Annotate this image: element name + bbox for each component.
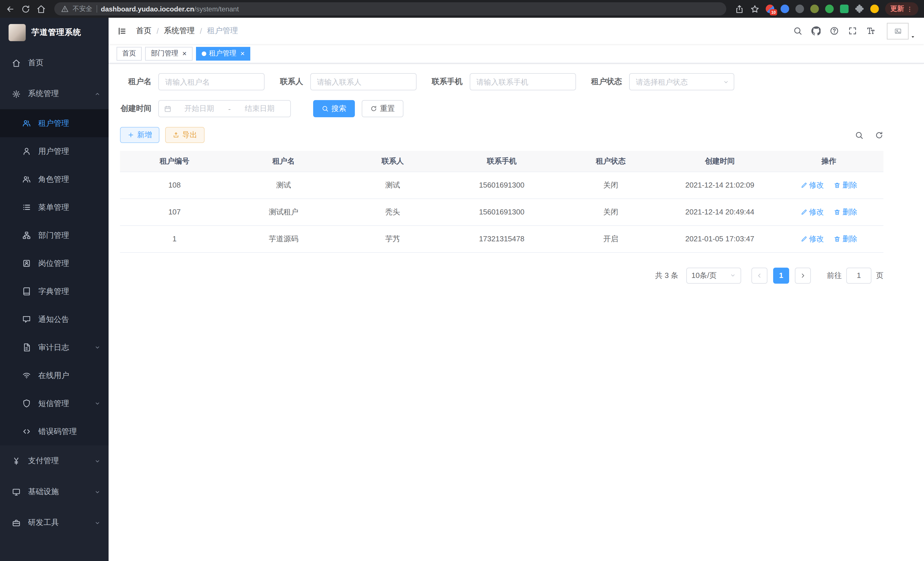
col-tenant-name: 租户名 bbox=[229, 151, 338, 171]
user-avatar-menu[interactable] bbox=[887, 23, 915, 39]
delete-link[interactable]: 删除 bbox=[834, 234, 857, 244]
chevron-right-icon bbox=[800, 272, 806, 279]
sidebar-item-home[interactable]: 首页 bbox=[0, 47, 109, 78]
chevron-left-icon bbox=[756, 272, 763, 279]
app-root: 不安全 dashboard.yudao.iocoder.cn/system/te… bbox=[0, 0, 924, 561]
contact-input[interactable] bbox=[310, 73, 416, 90]
browser-reload-icon[interactable] bbox=[21, 4, 30, 14]
export-button-label: 导出 bbox=[182, 130, 197, 140]
export-button[interactable]: 导出 bbox=[165, 127, 205, 143]
edit-link[interactable]: 修改 bbox=[800, 234, 824, 244]
fullscreen-icon[interactable] bbox=[848, 26, 857, 35]
sidebar-item-devtools[interactable]: 研发工具 bbox=[0, 507, 109, 538]
cell-contact: 测试 bbox=[338, 171, 447, 199]
tab-close-icon[interactable]: × bbox=[240, 50, 244, 57]
tenant-name-label: 租户名 bbox=[120, 77, 152, 87]
browser-back-icon[interactable] bbox=[6, 4, 15, 14]
cell-created-at: 2021-12-14 21:02:09 bbox=[665, 171, 774, 199]
github-icon[interactable] bbox=[812, 26, 820, 35]
breadcrumb-system[interactable]: 系统管理 bbox=[164, 26, 195, 36]
font-size-icon[interactable] bbox=[866, 26, 875, 35]
edit-link[interactable]: 修改 bbox=[800, 180, 824, 190]
calendar-icon bbox=[164, 105, 171, 112]
browser-home-icon[interactable] bbox=[37, 4, 46, 14]
help-icon[interactable] bbox=[830, 26, 839, 35]
sidebar-item-dept[interactable]: 部门管理 bbox=[0, 221, 109, 249]
delete-link[interactable]: 删除 bbox=[834, 180, 857, 190]
sidebar-item-post[interactable]: 岗位管理 bbox=[0, 249, 109, 277]
status-select[interactable] bbox=[629, 73, 734, 90]
col-actions: 操作 bbox=[774, 151, 884, 171]
header-search-icon[interactable] bbox=[793, 26, 802, 35]
trash-icon bbox=[834, 182, 841, 188]
tab-label: 首页 bbox=[122, 49, 136, 58]
breadcrumb-separator: / bbox=[157, 27, 159, 35]
extension-icon-4[interactable] bbox=[810, 5, 819, 13]
filter-create-time: 创建时间 开始日期 - 结束日期 bbox=[120, 100, 291, 117]
mobile-input[interactable] bbox=[470, 73, 576, 90]
chevron-down-icon bbox=[94, 489, 100, 495]
browser-update-button[interactable]: 更新 bbox=[885, 2, 918, 15]
prev-page-button[interactable] bbox=[752, 267, 767, 283]
tab-dept[interactable]: 部门管理 × bbox=[145, 47, 192, 60]
sidebar-item-dict[interactable]: 字典管理 bbox=[0, 277, 109, 305]
goto-page-input[interactable] bbox=[846, 267, 872, 283]
cell-tenant-name: 测试租户 bbox=[229, 199, 338, 225]
toggle-search-icon[interactable] bbox=[855, 131, 863, 139]
cell-contact: 芋艿 bbox=[338, 225, 447, 252]
cell-tenant-name: 芋道源码 bbox=[229, 225, 338, 252]
sidebar-logo[interactable]: 芋道管理系统 bbox=[0, 18, 109, 47]
page-size-select[interactable]: 10条/页 bbox=[686, 267, 741, 283]
breadcrumb-home[interactable]: 首页 bbox=[136, 26, 152, 36]
next-page-button[interactable] bbox=[795, 267, 811, 283]
current-page-button[interactable]: 1 bbox=[773, 267, 789, 283]
col-created-at: 创建时间 bbox=[665, 151, 774, 171]
share-icon[interactable] bbox=[735, 4, 744, 14]
sidebar-item-menu[interactable]: 菜单管理 bbox=[0, 193, 109, 221]
sidebar-item-notice[interactable]: 通知公告 bbox=[0, 305, 109, 333]
cell-mobile: 17321315478 bbox=[447, 225, 556, 252]
sidebar-item-user[interactable]: 用户管理 bbox=[0, 137, 109, 165]
extension-icon-2[interactable] bbox=[781, 5, 789, 13]
search-button[interactable]: 搜索 bbox=[313, 100, 355, 117]
sidebar-item-tenant[interactable]: 租户管理 bbox=[0, 109, 109, 137]
home-icon bbox=[12, 59, 21, 67]
bookmark-star-icon[interactable] bbox=[750, 4, 759, 14]
tab-close-icon[interactable]: × bbox=[182, 50, 187, 57]
filter-contact: 联系人 bbox=[280, 73, 416, 90]
date-range-picker[interactable]: 开始日期 - 结束日期 bbox=[158, 100, 291, 117]
sidebar-item-system[interactable]: 系统管理 bbox=[0, 78, 109, 109]
extension-icon-5[interactable] bbox=[825, 5, 834, 13]
signal-icon bbox=[22, 371, 31, 380]
url-text: dashboard.yudao.iocoder.cn/system/tenant bbox=[101, 5, 239, 13]
sidebar-item-online-users[interactable]: 在线用户 bbox=[0, 361, 109, 390]
extension-icon-6[interactable] bbox=[840, 5, 849, 13]
browser-profile-avatar[interactable] bbox=[870, 5, 879, 13]
shield-icon bbox=[22, 399, 31, 408]
sidebar-item-payment[interactable]: 支付管理 bbox=[0, 445, 109, 476]
tab-home[interactable]: 首页 bbox=[117, 47, 142, 60]
extension-icon-1[interactable]: 10 bbox=[766, 5, 774, 13]
edit-link[interactable]: 修改 bbox=[800, 207, 824, 217]
tab-tenant[interactable]: 租户管理 × bbox=[196, 47, 250, 60]
contact-label: 联系人 bbox=[280, 77, 303, 87]
delete-link[interactable]: 删除 bbox=[834, 207, 857, 217]
sidebar-item-label: 通知公告 bbox=[38, 314, 69, 325]
refresh-table-icon[interactable] bbox=[875, 131, 884, 139]
sidebar-item-auditlog[interactable]: 审计日志 bbox=[0, 333, 109, 361]
extensions-puzzle-icon[interactable] bbox=[855, 4, 864, 14]
status-select-input[interactable] bbox=[629, 73, 734, 90]
sidebar-item-role[interactable]: 角色管理 bbox=[0, 165, 109, 193]
tenant-name-input[interactable] bbox=[158, 73, 265, 90]
filter-mobile: 联系手机 bbox=[432, 73, 576, 90]
sidebar-item-errorcode[interactable]: 错误码管理 bbox=[0, 417, 109, 445]
extension-icon-3[interactable] bbox=[795, 5, 804, 13]
add-button[interactable]: 新增 bbox=[120, 127, 159, 143]
sidebar-item-sms[interactable]: 短信管理 bbox=[0, 390, 109, 417]
address-bar[interactable]: 不安全 dashboard.yudao.iocoder.cn/system/te… bbox=[54, 2, 726, 15]
app-title: 芋道管理系统 bbox=[32, 27, 81, 38]
sidebar-collapse-icon[interactable] bbox=[117, 26, 127, 36]
reset-button-label: 重置 bbox=[380, 104, 395, 114]
reset-button[interactable]: 重置 bbox=[362, 100, 404, 117]
sidebar-item-infra[interactable]: 基础设施 bbox=[0, 476, 109, 507]
